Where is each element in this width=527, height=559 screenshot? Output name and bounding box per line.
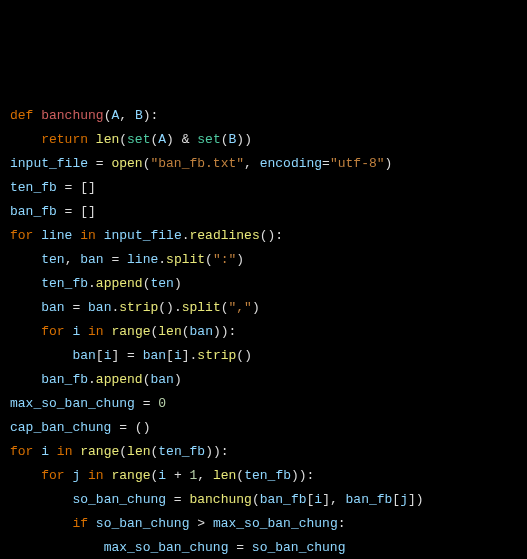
code-token: in [80,228,96,243]
code-token: )) [213,324,229,339]
code-token [10,132,41,147]
code-token: so_ban_chung [72,492,166,507]
code-token: ban [150,372,173,387]
code-token [96,228,104,243]
code-token: so_ban_chung [252,540,346,555]
code-token: ) [236,252,244,267]
code-token: [ [96,348,104,363]
code-token: ten_fb [41,276,88,291]
code-token: = [166,492,189,507]
code-token: . [158,252,166,267]
code-token: . [88,372,96,387]
code-token [10,324,41,339]
code-token [10,300,41,315]
code-line: for i in range(len(ten_fb)): [10,440,517,464]
code-line: for line in input_file.readlines(): [10,224,517,248]
code-token: ten_fb [158,444,205,459]
code-token: () [260,228,276,243]
code-token: ] [322,492,330,507]
code-line: ban_fb.append(ban) [10,368,517,392]
code-token: ban [190,324,213,339]
code-token: max_so_ban_chung [10,396,135,411]
code-token: )) [205,444,221,459]
code-token: set [197,132,220,147]
code-token: , [330,492,346,507]
code-token: [ [166,348,174,363]
code-token: i [174,348,182,363]
code-token: so_ban_chung [96,516,190,531]
code-line: ban = ban.strip().split(",") [10,296,517,320]
code-line: for j in range(i + 1, len(ten_fb)): [10,464,517,488]
code-token: = [228,540,251,555]
code-token: ) [143,108,151,123]
code-token: for [41,324,64,339]
code-token: ban_fb [41,372,88,387]
code-token: i [158,468,166,483]
code-token: . [182,228,190,243]
code-token: def [10,108,41,123]
code-token: len [213,468,236,483]
code-token [10,540,104,555]
code-token: ( [182,324,190,339]
code-token: len [158,324,181,339]
code-token: max_so_ban_chung [213,516,338,531]
code-token [88,516,96,531]
code-token: i [41,444,49,459]
code-token: ( [221,132,229,147]
code-token: in [57,444,73,459]
code-token: in [88,324,104,339]
code-token: input_file [10,156,88,171]
code-token: () [236,348,252,363]
code-token: return [41,132,96,147]
code-line: max_so_ban_chung = 0 [10,392,517,416]
code-token: ) [166,132,182,147]
code-token: ( [205,252,213,267]
code-token: ten [150,276,173,291]
code-token: . [88,276,96,291]
code-token: range [111,324,150,339]
code-token: + [166,468,189,483]
code-token: ban [80,252,103,267]
code-token: split [166,252,205,267]
code-token: "utf-8" [330,156,385,171]
code-line: ban_fb = [] [10,200,517,224]
code-line: ten_fb.append(ten) [10,272,517,296]
code-line: input_file = open("ban_fb.txt", encoding… [10,152,517,176]
code-token: B [135,108,143,123]
code-token: 0 [158,396,166,411]
code-token: ban_fb [346,492,393,507]
code-token: encoding [260,156,322,171]
code-token: j [400,492,408,507]
code-token: ) [174,276,182,291]
code-token: ban_fb [10,204,57,219]
code-token: ) [385,156,393,171]
code-line: ten, ban = line.split(":") [10,248,517,272]
code-token: = [322,156,330,171]
code-token: ) [174,372,182,387]
code-token: , [244,156,260,171]
code-token: len [96,132,119,147]
code-token: max_so_ban_chung [104,540,229,555]
code-token: banchung [189,492,251,507]
code-token: ( [221,300,229,315]
code-token: > [189,516,212,531]
code-token: A [158,132,166,147]
code-token: ( [236,468,244,483]
code-token: = [88,156,111,171]
code-block: def banchung(A, B): return len(set(A) & … [10,104,517,559]
code-token: ban [88,300,111,315]
code-token: ban [72,348,95,363]
code-token: ":" [213,252,236,267]
code-token: = [] [57,180,96,195]
code-token [80,324,88,339]
code-token: = [135,396,158,411]
code-token: , [65,252,81,267]
code-token [49,444,57,459]
code-token: = [104,252,127,267]
code-token: len [127,444,150,459]
code-token: = [] [57,204,96,219]
code-token: for [10,444,33,459]
code-token: readlines [190,228,260,243]
code-token [80,468,88,483]
code-token: i [314,492,322,507]
